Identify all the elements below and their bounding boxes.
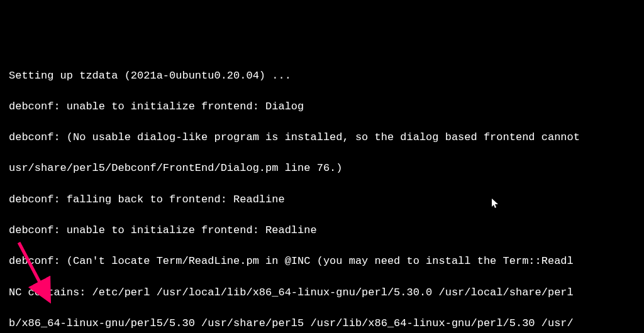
terminal-output-line: debconf: falling back to frontend: Readl… <box>9 192 635 208</box>
terminal-output-line: NC contains: /etc/perl /usr/local/lib/x8… <box>9 285 635 301</box>
terminal-output-line: b/x86_64-linux-gnu/perl5/5.30 /usr/share… <box>9 316 635 332</box>
terminal-output-line: debconf: (Can't locate Term/ReadLine.pm … <box>9 254 635 270</box>
terminal-output-line: debconf: unable to initialize frontend: … <box>9 223 635 239</box>
terminal-output-line: debconf: (No usable dialog-like program … <box>9 130 635 146</box>
terminal-output-line: Setting up tzdata (2021a-0ubuntu0.20.04)… <box>9 68 635 84</box>
terminal-output-line: usr/share/perl5/Debconf/FrontEnd/Dialog.… <box>9 161 635 177</box>
terminal-output-line: debconf: unable to initialize frontend: … <box>9 99 635 115</box>
